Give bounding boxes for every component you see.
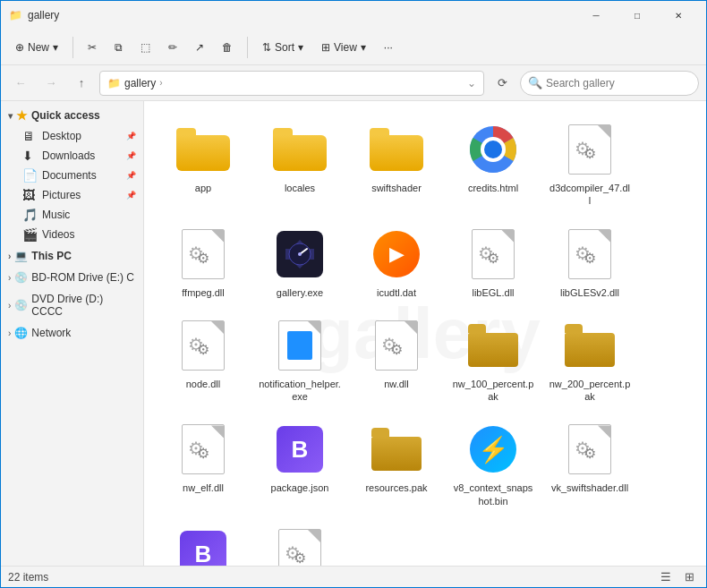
- bd-drive-icon: 💿: [14, 271, 28, 284]
- path-chevron: ›: [159, 78, 162, 88]
- title-bar: 📁 gallery ─ □ ✕: [1, 1, 706, 30]
- list-view-button[interactable]: ☰: [656, 567, 676, 587]
- list-item[interactable]: credits.html: [448, 115, 538, 213]
- forward-button[interactable]: →: [38, 71, 64, 96]
- sidebar-item-pictures[interactable]: 🖼 Pictures 📌: [1, 185, 143, 205]
- list-item[interactable]: ⚙⚙nw_elf.dll: [158, 415, 248, 513]
- list-item[interactable]: locales: [255, 115, 345, 213]
- list-item[interactable]: ⚙⚙ffmpeg.dll: [158, 220, 248, 304]
- main-content: ▾ ★ Quick access 🖥 Desktop 📌 ⬇ Downloads…: [1, 101, 706, 566]
- list-item[interactable]: ⚙⚙libEGL.dll: [448, 220, 538, 304]
- sort-button[interactable]: ⇅ Sort ▾: [255, 38, 311, 57]
- dvd-drive-icon: 💿: [14, 299, 28, 311]
- bd-drive-section: › 💿 BD-ROM Drive (E:) C: [1, 268, 143, 287]
- network-icon: 🌐: [14, 327, 28, 339]
- list-item[interactable]: ⚙⚙libGLESv2.dll: [545, 220, 635, 304]
- delete-icon: 🗑: [222, 41, 233, 54]
- this-pc-label: This PC: [31, 250, 72, 262]
- toolbar-separator-2: [247, 37, 248, 58]
- file-icon-wrap: [271, 121, 328, 178]
- list-item[interactable]: gallery.exe: [255, 220, 345, 304]
- up-button[interactable]: ↑: [69, 71, 94, 96]
- network-header[interactable]: › 🌐 Network: [1, 323, 143, 343]
- view-button[interactable]: ⊞ View ▾: [314, 38, 373, 57]
- file-label: locales: [285, 182, 315, 194]
- maximize-button[interactable]: □: [617, 1, 658, 30]
- this-pc-chevron: ›: [8, 251, 11, 261]
- list-item[interactable]: ▶icudtl.dat: [352, 220, 441, 304]
- delete-button[interactable]: 🗑: [215, 38, 240, 57]
- new-dropdown-icon: ▾: [53, 41, 58, 54]
- pictures-icon: 🖼: [22, 188, 37, 202]
- copy-button[interactable]: ⧉: [107, 38, 130, 57]
- videos-label: Videos: [42, 228, 74, 241]
- file-label: resources.pak: [365, 481, 427, 494]
- share-icon: ↗: [195, 41, 204, 54]
- grid-view-icon: ⊞: [685, 570, 694, 584]
- file-icon-wrap: [175, 121, 232, 178]
- share-button[interactable]: ↗: [188, 38, 211, 57]
- list-item[interactable]: resources.pak: [352, 415, 441, 513]
- list-item[interactable]: ⚡v8_context_snapshot.bin: [448, 415, 538, 513]
- file-icon-wrap: ⚙⚙: [561, 121, 618, 178]
- file-icon-wrap: [464, 317, 522, 374]
- list-item[interactable]: ⚙⚙d3dcompiler_47.dll: [545, 115, 635, 213]
- list-item[interactable]: nw_200_percent.pak: [545, 311, 635, 409]
- cut-button[interactable]: ✂: [81, 38, 104, 57]
- list-item[interactable]: ⚙⚙nw.dll: [352, 311, 441, 409]
- address-path[interactable]: 📁 gallery › ⌄: [99, 71, 484, 96]
- pin-icon-pictures: 📌: [126, 191, 136, 200]
- network-label: Network: [31, 327, 71, 339]
- sidebar-item-music[interactable]: 🎵 Music: [1, 205, 143, 225]
- sidebar-item-desktop[interactable]: 🖥 Desktop 📌: [1, 126, 143, 146]
- list-item[interactable]: notification_helper.exe: [255, 311, 345, 409]
- list-item[interactable]: swiftshader: [352, 115, 441, 213]
- list-view-icon: ☰: [660, 570, 671, 584]
- window-title: gallery: [28, 9, 575, 21]
- list-item[interactable]: nw_100_percent.pak: [448, 311, 538, 409]
- pictures-label: Pictures: [42, 189, 81, 201]
- path-dropdown-icon: ⌄: [467, 77, 476, 89]
- list-item[interactable]: app: [158, 115, 248, 213]
- file-icon-wrap: [271, 226, 328, 283]
- more-button[interactable]: ···: [377, 38, 400, 57]
- view-dropdown-icon: ▾: [361, 41, 366, 54]
- new-button[interactable]: ⊕ New ▾: [8, 38, 65, 57]
- list-item[interactable]: ⚙⚙vulkan-1.dll: [255, 520, 345, 566]
- downloads-icon: ⬇: [22, 149, 37, 163]
- search-input[interactable]: [546, 77, 691, 89]
- this-pc-header[interactable]: › 💻 This PC: [1, 246, 143, 266]
- bd-drive-header[interactable]: › 💿 BD-ROM Drive (E:) C: [1, 268, 143, 287]
- list-item[interactable]: ⚙⚙vk_swiftshader.dll: [545, 415, 635, 513]
- back-button[interactable]: ←: [8, 71, 33, 96]
- quick-access-star: ★: [16, 108, 28, 123]
- file-label: nw.dll: [384, 378, 409, 390]
- quick-access-header[interactable]: ▾ ★ Quick access: [1, 105, 143, 126]
- file-icon-wrap: ⚙⚙: [175, 421, 232, 478]
- pin-icon-desktop: 📌: [126, 132, 136, 141]
- dvd-drive-header[interactable]: › 💿 DVD Drive (D:) CCCC: [1, 289, 143, 321]
- new-label: New: [28, 41, 49, 54]
- cut-icon: ✂: [88, 41, 97, 54]
- file-area: gallery applocalesswiftshader credits.ht…: [144, 101, 706, 566]
- close-button[interactable]: ✕: [658, 1, 699, 30]
- grid-view-button[interactable]: ⊞: [679, 567, 699, 587]
- rename-button[interactable]: ✏: [161, 38, 184, 57]
- documents-label: Documents: [42, 169, 97, 182]
- list-item[interactable]: ⚙⚙node.dll: [158, 311, 248, 409]
- list-item[interactable]: Bpackage.json: [255, 415, 345, 513]
- more-icon: ···: [384, 41, 393, 54]
- minimize-button[interactable]: ─: [575, 1, 617, 30]
- sort-dropdown-icon: ▾: [298, 41, 303, 54]
- refresh-button[interactable]: ⟳: [490, 71, 515, 96]
- network-section: › 🌐 Network: [1, 323, 143, 343]
- list-item[interactable]: Bvk_swiftshader_icd.json: [158, 520, 248, 566]
- sidebar-item-downloads[interactable]: ⬇ Downloads 📌: [1, 146, 143, 166]
- paste-button[interactable]: ⬚: [133, 38, 158, 57]
- svg-point-4: [484, 141, 502, 158]
- sidebar-item-documents[interactable]: 📄 Documents 📌: [1, 166, 143, 185]
- search-box[interactable]: 🔍: [520, 71, 699, 96]
- file-label: nw_elf.dll: [183, 481, 224, 494]
- sidebar-item-videos[interactable]: 🎬 Videos: [1, 225, 143, 244]
- file-label: app: [195, 182, 211, 194]
